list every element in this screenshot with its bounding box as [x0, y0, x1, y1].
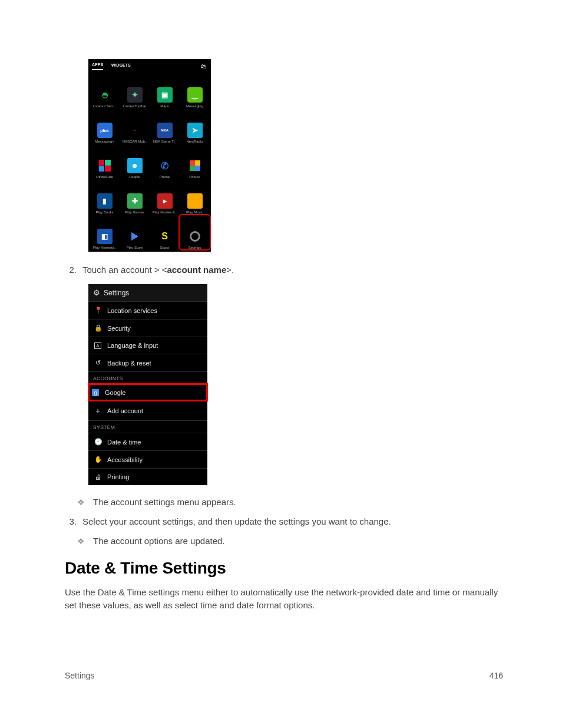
- settings-item-label: Add account: [107, 407, 143, 414]
- app-photos[interactable]: Photos: [180, 144, 210, 179]
- app-label: Lookout Secu..: [92, 104, 116, 108]
- app-label: Play Books: [95, 210, 113, 214]
- settings-item-security[interactable]: 🔒Security: [88, 319, 207, 337]
- gear-icon: ⚙: [93, 288, 100, 297]
- account-name-bold: account name: [167, 265, 226, 275]
- app-play-books[interactable]: ▮Play Books: [90, 180, 120, 214]
- settings-item-label: Google: [105, 389, 125, 396]
- msgplus-icon: plus: [97, 123, 113, 138]
- clock-icon: 🕘: [94, 438, 101, 446]
- settings-header: ⚙ Settings: [88, 284, 207, 301]
- app-label: Play Newssta..: [93, 246, 117, 249]
- tab-widgets[interactable]: WIDGETS: [111, 63, 131, 70]
- app-label: Messaging: [186, 104, 203, 108]
- step-number: 2.: [65, 265, 77, 275]
- location-icon: 📍: [94, 307, 101, 314]
- shop-icon[interactable]: 🛍: [200, 63, 207, 70]
- settings-item-label: Location services: [107, 307, 157, 314]
- phone-icon: ✆: [157, 158, 173, 173]
- app-drawer-tabs: APPS WIDGETS 🛍: [88, 59, 211, 70]
- app-officesuite[interactable]: OfficeSuite: [90, 144, 120, 179]
- result-bullet: ❖ The account options are updated.: [75, 536, 503, 546]
- lookout-icon: ◓: [97, 87, 113, 103]
- lock-icon: 🔒: [94, 324, 101, 332]
- settings-item-add-account[interactable]: + Add account: [88, 401, 207, 420]
- lumen-icon: ✦: [127, 87, 143, 103]
- app-label: Play Store: [127, 246, 143, 249]
- settings-item-label: Security: [107, 325, 131, 332]
- app-grid: ◓Lookout Secu..✦Lumen Toolbar▣Maps‿Messa…: [88, 70, 211, 251]
- google-icon: g: [92, 389, 99, 396]
- settings-item-date-time[interactable]: 🕘Date & time: [88, 433, 207, 450]
- app-play-music[interactable]: Play Music: [180, 180, 210, 214]
- settings-item-backup-reset[interactable]: ↺Backup & reset: [88, 354, 207, 371]
- settings-item-label: Language & input: [107, 342, 158, 349]
- app-play-store[interactable]: Play Store: [120, 215, 150, 249]
- app-label: Play Movies &..: [153, 210, 177, 214]
- app-nextradio[interactable]: ➤NextRadio: [180, 109, 210, 143]
- settings-item-label: Printing: [107, 473, 129, 480]
- step-text: Select your account settings, and then u…: [82, 516, 391, 526]
- step-3: 3. Select your account settings, and the…: [65, 516, 503, 526]
- settings-title: Settings: [104, 289, 129, 297]
- app-label: Scout: [160, 246, 169, 249]
- app-label: NBA Game Ti..: [153, 140, 177, 143]
- settings-item-accessibility[interactable]: ✋Accessibility: [88, 450, 207, 468]
- page-footer: Settings 416: [65, 671, 503, 680]
- bullet-text: The account options are updated.: [93, 536, 225, 546]
- msg-icon: ‿: [187, 87, 203, 103]
- app-label: People: [129, 175, 140, 179]
- reset-icon: ↺: [94, 359, 101, 367]
- app-play-games[interactable]: ✚Play Games: [120, 180, 150, 214]
- nextradio-icon: ➤: [187, 123, 203, 138]
- language-icon: A: [94, 342, 101, 349]
- people-icon: ☻: [127, 158, 143, 173]
- step-2: 2. Touch an account > <account name>.: [65, 265, 503, 275]
- settings-item-language-input[interactable]: ALanguage & input: [88, 337, 207, 354]
- clover-icon: ❖: [75, 497, 86, 506]
- app-lumen-toolbar[interactable]: ✦Lumen Toolbar: [120, 74, 150, 108]
- app-messaging[interactable]: ‿Messaging: [180, 74, 210, 108]
- tab-apps[interactable]: APPS: [92, 62, 103, 70]
- app-nba-game-ti-[interactable]: NBANBA Game Ti..: [150, 109, 180, 143]
- scout-icon: S: [157, 229, 173, 244]
- printer-icon: 🖨: [94, 473, 101, 480]
- app-people[interactable]: ☻People: [120, 144, 150, 179]
- app-phone[interactable]: ✆Phone: [150, 144, 180, 179]
- app-lookout-secu-[interactable]: ◓Lookout Secu..: [90, 74, 120, 108]
- pbooks-icon: ▮: [97, 193, 113, 209]
- app-messaging-[interactable]: plusMessaging+: [90, 109, 120, 143]
- section-paragraph: Use the Date & Time settings menu either…: [65, 586, 503, 612]
- app-play-movies-[interactable]: ▸Play Movies &..: [150, 180, 180, 214]
- pnews-icon: ◧: [97, 229, 113, 244]
- clover-icon: ❖: [75, 536, 86, 545]
- settings-item-label: Accessibility: [107, 456, 143, 463]
- settings-item-google[interactable]: g Google: [88, 384, 207, 401]
- app-maps[interactable]: ▣Maps: [150, 74, 180, 108]
- heading-date-time: Date & Time Settings: [65, 559, 503, 578]
- app-label: Phone: [160, 175, 170, 179]
- pmusic-icon: [187, 193, 203, 209]
- settings-icon: [187, 229, 203, 244]
- maps-icon: ▣: [157, 87, 173, 103]
- pgames-icon: ✚: [127, 193, 143, 209]
- app-label: Play Games: [125, 210, 144, 214]
- app-play-newssta-[interactable]: ◧Play Newssta..: [90, 215, 120, 249]
- app-nascar-mob-[interactable]: ═NASCAR Mob..: [120, 109, 150, 143]
- step-text: Touch an account > <account name>.: [82, 265, 234, 275]
- photos-icon: [187, 158, 203, 173]
- pmovies-icon: ▸: [157, 193, 173, 209]
- app-scout[interactable]: SScout: [150, 215, 180, 249]
- settings-item-label: Date & time: [107, 439, 141, 446]
- app-label: NASCAR Mob..: [123, 140, 147, 143]
- section-accounts: ACCOUNTS: [88, 371, 207, 384]
- plus-icon: +: [94, 406, 101, 416]
- bullet-text: The account settings menu appears.: [93, 497, 236, 507]
- app-settings[interactable]: Settings: [180, 215, 210, 249]
- pstore-icon: [127, 229, 143, 244]
- app-label: OfficeSuite: [96, 175, 113, 179]
- office-icon: [97, 158, 113, 173]
- settings-item-location-services[interactable]: 📍Location services: [88, 301, 207, 319]
- settings-item-printing[interactable]: 🖨Printing: [88, 468, 207, 485]
- app-label: NextRadio: [186, 140, 203, 143]
